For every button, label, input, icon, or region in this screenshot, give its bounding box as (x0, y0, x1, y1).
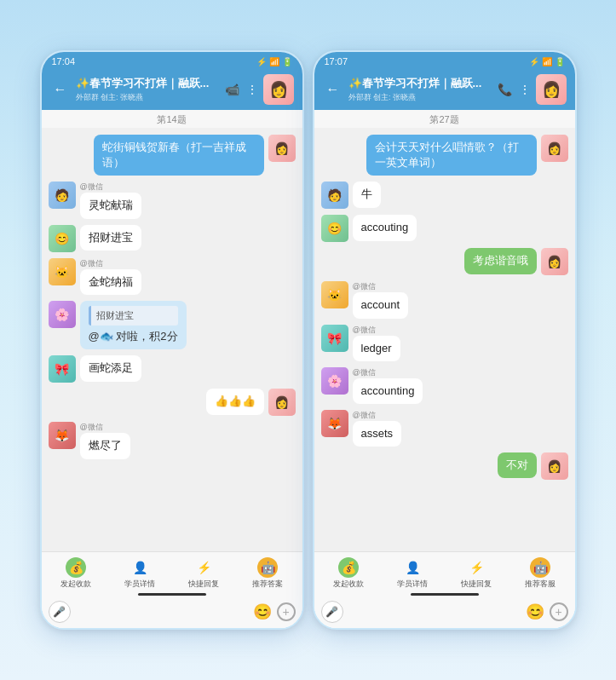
recommend-icon: 🤖 (257, 557, 278, 578)
avatar: 👩 (541, 452, 568, 480)
header-sub-right: 外部群 创主: 张晓燕 (348, 92, 492, 103)
send-payment-button-r[interactable]: 💰 发起收款 (333, 557, 364, 590)
msg-row: 🧑 牛 (321, 182, 568, 209)
msg-content: 考虑谐音哦 (464, 248, 537, 274)
topic-badge-right: 第27题 (314, 110, 575, 128)
input-row-left: 🎤 😊 + (49, 599, 296, 625)
bubble: ledger (353, 336, 400, 361)
more-icon-left[interactable]: ⋮ (246, 83, 258, 96)
bubble: 招财进宝 @🐟 对啦，积2分 (80, 301, 187, 350)
quick-reply-button[interactable]: ⚡ 快捷回复 (188, 557, 219, 590)
msg-at: @微信 (353, 281, 409, 292)
header-avatar-left: 👩 (263, 74, 294, 105)
msg-content: @微信 金蛇纳福 (80, 258, 141, 295)
payment-icon: 💰 (66, 557, 86, 578)
header-icons-right: 📞 ⋮ (498, 83, 531, 96)
msg-row: 🧑 @微信 灵蛇献瑞 (49, 182, 296, 218)
bubble: 金蛇纳福 (80, 269, 141, 295)
msg-at: @微信 (80, 182, 141, 193)
msg-row: 🌸 招财进宝 @🐟 对啦，积2分 (49, 301, 296, 350)
msg-row: 🎀 画蛇添足 (49, 355, 296, 383)
quick-reply-button-r[interactable]: ⚡ 快捷回复 (461, 557, 492, 590)
avatar: 🐱 (49, 258, 76, 285)
bubble: 考虑谐音哦 (464, 248, 537, 274)
bubble: 蛇街铜钱贺新春（打一吉祥成语） (94, 135, 264, 176)
avatar: 👩 (541, 135, 568, 162)
student-icon: 👤 (130, 557, 150, 578)
bottom-actions-right: 💰 发起收款 👤 学员详情 ⚡ 快捷回复 🤖 推荐客服 (321, 557, 568, 590)
chat-body-right[interactable]: 👩 会计天天对什么唱情歌？（打一英文单词） 🧑 牛 😊 accouting (314, 128, 575, 551)
chat-body-left[interactable]: 👩 蛇街铜钱贺新春（打一吉祥成语） 🧑 @微信 灵蛇献瑞 😊 招财进宝 (42, 128, 302, 551)
msg-content: 不对 (498, 452, 537, 478)
student-detail-button-r[interactable]: 👤 学员详情 (397, 557, 428, 590)
msg-at: @微信 (80, 258, 141, 269)
input-row-right: 🎤 😊 + (321, 599, 568, 625)
quote-block: 招财进宝 (89, 306, 178, 326)
avatar: 🐱 (321, 281, 348, 308)
voice-button-left[interactable]: 🎤 (49, 601, 71, 623)
recommend-answer-button[interactable]: 🤖 推荐答案 (252, 557, 283, 590)
bubble: 牛 (353, 182, 381, 207)
avatar: 🦊 (49, 422, 76, 449)
time-right: 17:07 (325, 56, 348, 66)
msg-content: 蛇街铜钱贺新春（打一吉祥成语） (94, 135, 264, 176)
back-button-right[interactable]: ← (323, 80, 343, 99)
call-icon-right[interactable]: 📞 (498, 83, 512, 96)
msg-row: 👩 不对 (321, 452, 568, 480)
msg-row: 👩 会计天天对什么唱情歌？（打一英文单词） (321, 135, 568, 176)
msg-content: @微信 灵蛇献瑞 (80, 182, 141, 218)
header-avatar-right: 👩 (536, 74, 567, 105)
phone-right: 17:07 ⚡ 📶 🔋 ← ✨春节学习不打烊｜融跃... 外部群 创主: 张晓燕… (313, 50, 577, 630)
student-detail-button[interactable]: 👤 学员详情 (124, 557, 155, 590)
student-icon-r: 👤 (402, 557, 423, 578)
msg-content: 👍👍👍 (206, 389, 264, 414)
avatar: 👩 (541, 248, 568, 275)
header-title-left: ✨春节学习不打烊｜融跃... (76, 76, 220, 91)
msg-row: 😊 accouting (321, 215, 568, 242)
bottom-bar-right: 💰 发起收款 👤 学员详情 ⚡ 快捷回复 🤖 推荐客服 🎤 (314, 551, 575, 628)
status-bar-left: 17:04 ⚡ 📶 🔋 (42, 52, 302, 69)
bottom-bar-left: 💰 发起收款 👤 学员详情 ⚡ 快捷回复 🤖 推荐答案 🎤 (42, 551, 302, 628)
back-button-left[interactable]: ← (50, 80, 71, 99)
avatar: 🎀 (49, 355, 76, 383)
bubble: 灵蛇献瑞 (80, 193, 141, 218)
home-indicator (138, 593, 206, 596)
msg-row: 🦊 @微信 assets (321, 410, 568, 447)
msg-at: @微信 (353, 410, 402, 421)
emoji-button-right[interactable]: 😊 (526, 602, 544, 621)
voice-button-right[interactable]: 🎤 (321, 601, 343, 623)
msg-content: 招财进宝 @🐟 对啦，积2分 (80, 301, 187, 350)
msg-content: 牛 (353, 182, 381, 207)
avatar: 🧑 (321, 182, 348, 209)
bubble: 画蛇添足 (80, 355, 141, 381)
emoji-button-left[interactable]: 😊 (253, 602, 272, 621)
avatar: 🎀 (321, 325, 348, 352)
recommend-service-icon: 🤖 (530, 557, 550, 578)
msg-row: 👩 👍👍👍 (49, 389, 296, 416)
plus-button-left[interactable]: + (277, 602, 296, 621)
bubble: 燃尽了 (80, 433, 130, 458)
msg-content: @微信 assets (353, 410, 402, 447)
time-left: 17:04 (52, 56, 76, 66)
bubble: assets (353, 421, 402, 447)
chat-header-right: ← ✨春节学习不打烊｜融跃... 外部群 创主: 张晓燕 📞 ⋮ 👩 (314, 69, 575, 110)
phone-left: 17:04 ⚡ 📶 🔋 ← ✨春节学习不打烊｜融跃... 外部群 创主: 张晓燕… (40, 50, 304, 630)
bubble: 👍👍👍 (206, 389, 264, 414)
msg-content: @微信 ledger (353, 325, 400, 361)
bubble: 不对 (498, 452, 537, 478)
bottom-actions-left: 💰 发起收款 👤 学员详情 ⚡ 快捷回复 🤖 推荐答案 (49, 557, 296, 590)
avatar: 👩 (268, 135, 296, 162)
msg-row: 👩 蛇街铜钱贺新春（打一吉祥成语） (49, 135, 296, 176)
bubble: account (353, 292, 409, 318)
status-bar-right: 17:07 ⚡ 📶 🔋 (314, 52, 575, 69)
msg-content: @微信 account (353, 281, 409, 318)
send-payment-button[interactable]: 💰 发起收款 (60, 557, 91, 590)
bubble: accouting (353, 215, 417, 240)
plus-button-right[interactable]: + (550, 602, 568, 621)
video-icon-left[interactable]: 📹 (225, 83, 239, 96)
more-icon-right[interactable]: ⋮ (519, 83, 531, 96)
msg-at: @微信 (80, 422, 130, 433)
home-indicator-r (411, 593, 479, 596)
msg-content: @微信 accounting (353, 367, 423, 404)
recommend-service-button[interactable]: 🤖 推荐客服 (525, 557, 556, 590)
